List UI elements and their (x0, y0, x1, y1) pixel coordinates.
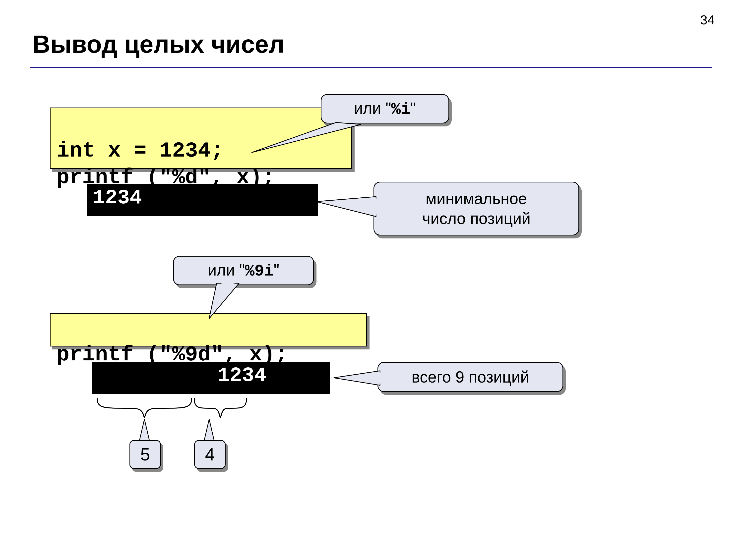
brace-count-4-text: 4 (205, 445, 215, 464)
console-output-2: 1234 (92, 362, 330, 394)
pointer-min-pos (316, 196, 381, 216)
title-underline (30, 67, 712, 68)
pointer-brace-5 (139, 419, 149, 441)
brace-count-4: 4 (194, 440, 226, 469)
console-output-1: 1234 (87, 184, 318, 216)
pointer-total-9 (334, 371, 385, 385)
brace-count-5-text: 5 (140, 445, 150, 464)
svg-marker-2 (316, 196, 376, 216)
pointer-brace-4 (204, 419, 214, 441)
callout-total9-text: всего 9 позиций (412, 367, 529, 387)
slide-title: Вывод целых чисел (32, 30, 285, 58)
callout-percent-9i-suffix: " (274, 261, 279, 279)
callout-min-pos-line2: число позиций (422, 210, 531, 228)
code-block-1: int x = 1234; printf ("%d", x); (50, 108, 352, 169)
brace-right (194, 398, 247, 418)
callout-percent-i-code: %i (391, 101, 410, 118)
callout-percent-9i-code: %9i (245, 262, 274, 280)
page-number: 34 (700, 12, 715, 27)
callout-percent-i: или "%i" (321, 94, 449, 124)
code-block-2: printf ("%9d", x); (50, 313, 367, 346)
callout-percent-i-prefix: или " (354, 99, 391, 117)
svg-marker-8 (139, 419, 149, 441)
callout-total-9: всего 9 позиций (378, 362, 563, 392)
brace-left (97, 398, 192, 418)
callout-percent-i-suffix: " (410, 99, 416, 117)
console2-text: 1234 (217, 364, 266, 387)
callout-min-pos-line1: минимальное (426, 190, 527, 208)
code1-line1: int x = 1234; (56, 139, 224, 163)
callout-percent-9i: или "%9i" (173, 256, 314, 285)
svg-marker-6 (334, 371, 380, 385)
pointer-overlay (0, 0, 747, 560)
console1-text: 1234 (93, 186, 142, 210)
svg-marker-9 (204, 419, 214, 441)
brace-count-5: 5 (129, 440, 161, 469)
callout-min-positions: минимальное число позиций (374, 182, 579, 236)
callout-percent-9i-prefix: или " (208, 261, 245, 279)
